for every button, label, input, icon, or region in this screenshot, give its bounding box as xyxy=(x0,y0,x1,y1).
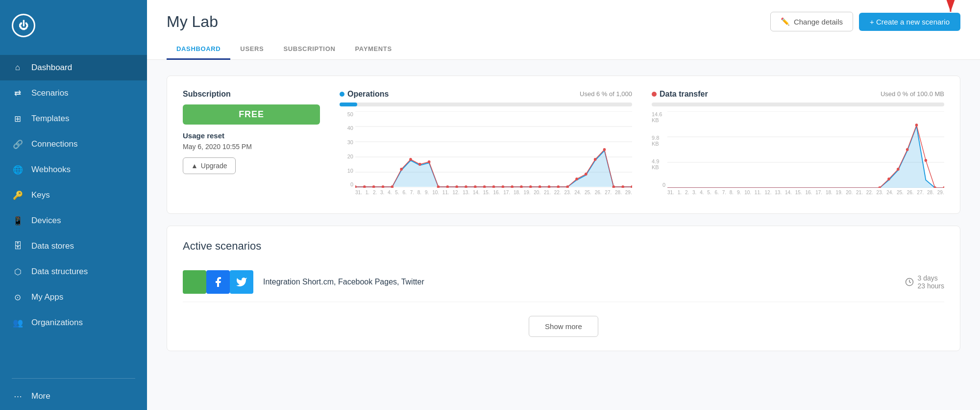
upgrade-icon: ▲ xyxy=(191,162,198,170)
svg-point-37 xyxy=(631,185,632,188)
svg-point-7 xyxy=(355,185,357,188)
connections-nav-icon: 🔗 xyxy=(12,138,24,150)
svg-point-32 xyxy=(585,173,588,176)
svg-point-17 xyxy=(446,185,449,188)
sidebar-item-scenarios[interactable]: ⇄Scenarios xyxy=(0,80,147,106)
sidebar-item-connections[interactable]: 🔗Connections xyxy=(0,131,147,157)
data-transfer-svg-wrap xyxy=(667,111,944,188)
upgrade-button[interactable]: ▲ Upgrade xyxy=(183,157,236,174)
sidebar-item-label-data-structures: Data structures xyxy=(31,267,88,277)
data-stores-nav-icon: 🗄 xyxy=(12,240,24,252)
svg-point-31 xyxy=(575,178,578,180)
main-content: My Lab ✏️ Change details + Create a new … xyxy=(147,0,980,410)
upgrade-label: Upgrade xyxy=(201,162,227,170)
sidebar-item-data-structures[interactable]: ⬡Data structures xyxy=(0,259,147,284)
my-apps-nav-icon: ⊙ xyxy=(12,291,24,303)
devices-nav-icon: 📱 xyxy=(12,215,24,227)
data-transfer-svg xyxy=(667,111,944,188)
operations-svg xyxy=(355,111,632,188)
svg-point-8 xyxy=(363,185,366,188)
sidebar-item-label-connections: Connections xyxy=(31,139,78,149)
app-icon-twitter xyxy=(230,270,253,294)
sidebar-item-label-keys: Keys xyxy=(31,190,50,200)
operations-dot xyxy=(340,92,344,97)
sidebar-item-label-organizations: Organizations xyxy=(31,318,83,328)
sidebar-item-data-stores[interactable]: 🗄Data stores xyxy=(0,233,147,259)
sidebar-more-item[interactable]: ⋯ More xyxy=(0,383,147,410)
tabs-bar: DASHBOARDUSERSSUBSCRIPTIONPAYMENTS xyxy=(147,39,980,60)
operations-x-labels: 31.1.2.3.4.5.6.7.8.9.10.11.12.13.14.15.1… xyxy=(355,190,632,200)
keys-nav-icon: 🔑 xyxy=(12,189,24,201)
svg-point-18 xyxy=(455,185,458,188)
show-more-button[interactable]: Show more xyxy=(529,316,598,337)
dashboard-content: Subscription FREE Usage reset May 6, 202… xyxy=(147,60,980,410)
sidebar-item-dashboard[interactable]: ⌂Dashboard xyxy=(0,55,147,80)
dashboard-nav-icon: ⌂ xyxy=(12,62,24,74)
data-structures-nav-icon: ⬡ xyxy=(12,266,24,278)
data-transfer-chart: Data transfer Used 0 % of 100.0 MB 14.6 … xyxy=(652,90,944,200)
sidebar-item-templates[interactable]: ⊞Templates xyxy=(0,106,147,131)
svg-point-9 xyxy=(372,185,375,188)
scenario-app-icons xyxy=(183,270,253,294)
create-scenario-button[interactable]: + Create a new scenario xyxy=(859,13,960,31)
templates-nav-icon: ⊞ xyxy=(12,113,24,125)
scenario-time: 3 days23 hours xyxy=(905,274,944,290)
header-actions: ✏️ Change details + Create a new scenari… xyxy=(770,12,960,31)
sidebar-item-label-dashboard: Dashboard xyxy=(31,63,72,73)
svg-point-15 xyxy=(428,160,431,163)
sidebar-item-label-webhooks: Webhooks xyxy=(31,165,71,175)
usage-reset-label: Usage reset xyxy=(183,131,320,140)
sidebar-item-webhooks[interactable]: 🌐Webhooks xyxy=(0,157,147,182)
operations-y-labels: 50 40 30 20 10 0 xyxy=(340,111,353,188)
sidebar-item-devices[interactable]: 📱Devices xyxy=(0,208,147,233)
sidebar-item-label-scenarios: Scenarios xyxy=(31,88,69,98)
sidebar-item-label-my-apps: My Apps xyxy=(31,292,63,302)
data-transfer-y-labels: 14.6 KB 9.8 KB 4.9 KB 0 xyxy=(652,111,665,188)
svg-point-22 xyxy=(492,185,495,188)
data-transfer-dot xyxy=(652,92,657,97)
tab-subscription[interactable]: SUBSCRIPTION xyxy=(273,39,345,60)
operations-progress-fill xyxy=(340,102,357,106)
tab-dashboard[interactable]: DASHBOARD xyxy=(167,39,230,60)
data-transfer-title-text: Data transfer xyxy=(660,90,708,99)
operations-svg-wrap xyxy=(355,111,632,188)
scenario-name: Integration Short.cm, Facebook Pages, Tw… xyxy=(263,278,895,286)
change-details-button[interactable]: ✏️ Change details xyxy=(770,12,853,31)
data-transfer-progress-bar xyxy=(652,102,944,106)
data-transfer-chart-area: 14.6 KB 9.8 KB 4.9 KB 0 xyxy=(652,111,944,200)
webhooks-nav-icon: 🌐 xyxy=(12,164,24,176)
svg-point-24 xyxy=(511,185,514,188)
data-transfer-title: Data transfer xyxy=(652,90,708,99)
svg-point-46 xyxy=(887,178,890,180)
sidebar-item-organizations[interactable]: 👥Organizations xyxy=(0,310,147,335)
svg-point-48 xyxy=(906,148,909,151)
clock-icon xyxy=(905,278,914,286)
svg-point-21 xyxy=(483,185,486,188)
tab-users[interactable]: USERS xyxy=(230,39,273,60)
page-title: My Lab xyxy=(167,13,218,31)
sidebar: ⏻ ⌂Dashboard⇄Scenarios⊞Templates🔗Connect… xyxy=(0,0,147,410)
sidebar-item-label-data-stores: Data stores xyxy=(31,241,74,251)
tab-payments[interactable]: PAYMENTS xyxy=(345,39,401,60)
main-header: My Lab ✏️ Change details + Create a new … xyxy=(147,0,980,31)
operations-title-text: Operations xyxy=(347,90,389,99)
change-details-label: Change details xyxy=(794,18,843,26)
app-logo: ⏻ xyxy=(12,14,35,37)
usage-reset-date: May 6, 2020 10:55 PM xyxy=(183,143,320,151)
show-more-wrap: Show more xyxy=(183,316,944,337)
operations-used: Used 6 % of 1,000 xyxy=(580,90,632,98)
data-transfer-x-labels: 31.1.2.3.4.5.6.7.8.9.10.11.12.13.14.15.1… xyxy=(667,190,944,200)
sidebar-divider xyxy=(12,378,135,379)
svg-point-29 xyxy=(557,185,560,188)
data-transfer-used: Used 0 % of 100.0 MB xyxy=(881,90,944,98)
scenarios-nav-icon: ⇄ xyxy=(12,87,24,99)
logo-area: ⏻ xyxy=(0,0,147,51)
subscription-title: Subscription xyxy=(183,90,320,99)
sidebar-item-keys[interactable]: 🔑Keys xyxy=(0,182,147,208)
edit-icon: ✏️ xyxy=(781,17,790,26)
svg-point-25 xyxy=(520,185,523,188)
svg-point-14 xyxy=(418,163,421,166)
sidebar-item-my-apps[interactable]: ⊙My Apps xyxy=(0,284,147,310)
operations-progress-bar xyxy=(340,102,632,106)
more-icon: ⋯ xyxy=(12,390,24,402)
